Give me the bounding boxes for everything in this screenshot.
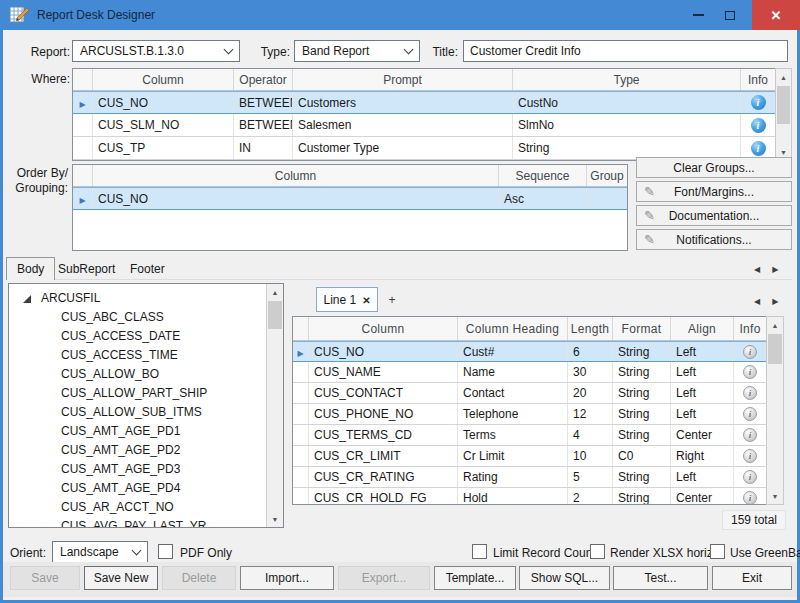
- line-grid-scrollbar[interactable]: [766, 316, 784, 505]
- cell-align[interactable]: Left: [671, 467, 734, 487]
- cell-length[interactable]: 5: [568, 467, 613, 487]
- report-combobox[interactable]: ARCUSLST.B.1.3.0: [72, 40, 240, 62]
- tree-item[interactable]: CUS_AMT_AGE_PD3: [9, 459, 283, 478]
- scroll-down-icon[interactable]: [767, 488, 783, 504]
- tree-item[interactable]: CUS_AMT_AGE_PD4: [9, 478, 283, 497]
- orient-combobox[interactable]: Landscape: [52, 541, 148, 563]
- table-row[interactable]: CUS_NAME Name 30 String Left: [293, 362, 766, 383]
- notifications-button[interactable]: Notifications...: [636, 229, 792, 250]
- info-icon[interactable]: [743, 428, 757, 442]
- tab-next-icon[interactable]: [772, 261, 778, 275]
- test-button[interactable]: Test...: [613, 566, 708, 590]
- header-sequence[interactable]: Sequence: [499, 165, 587, 186]
- header-info[interactable]: Info: [734, 317, 766, 340]
- scroll-down-icon[interactable]: [267, 511, 283, 527]
- table-row[interactable]: CUS_SLM_NO BETWEEN Salesmen SlmNo: [73, 114, 775, 137]
- minimize-icon[interactable]: [682, 0, 714, 30]
- render-xlsx-checkbox[interactable]: [590, 544, 605, 559]
- header-type[interactable]: Type: [513, 69, 741, 90]
- cell-prompt[interactable]: Salesmen: [293, 114, 513, 136]
- tree-item[interactable]: CUS_AMT_AGE_PD1: [9, 421, 283, 440]
- tree-item[interactable]: CUS_ALLOW_BO: [9, 364, 283, 383]
- cell-prompt[interactable]: Customer Type: [293, 137, 513, 159]
- font-margins-button[interactable]: Font/Margins...: [636, 181, 792, 202]
- cell-column[interactable]: CUS_CR_HOLD_FG: [309, 488, 458, 505]
- table-row[interactable]: CUS_CONTACT Contact 20 String Left: [293, 383, 766, 404]
- cell-column[interactable]: CUS_CONTACT: [309, 383, 458, 403]
- tree-item[interactable]: CUS_ACCESS_DATE: [9, 326, 283, 345]
- info-icon[interactable]: [743, 491, 757, 505]
- cell-column[interactable]: CUS_CR_RATING: [309, 467, 458, 487]
- header-column[interactable]: Column: [309, 317, 458, 340]
- cell-sequence[interactable]: Asc: [499, 188, 587, 209]
- info-icon[interactable]: [743, 345, 757, 359]
- close-tab-icon[interactable]: [362, 293, 370, 307]
- info-icon[interactable]: [751, 141, 766, 156]
- cell-length[interactable]: 20: [568, 383, 613, 403]
- use-greenbar-checkbox[interactable]: [710, 544, 725, 559]
- header-operator[interactable]: Operator: [234, 69, 293, 90]
- cell-align[interactable]: Center: [671, 425, 734, 445]
- table-row[interactable]: CUS_CR_RATING Rating 5 String Left: [293, 467, 766, 488]
- cell-heading[interactable]: Cr Limit: [458, 446, 568, 466]
- tab-next-icon[interactable]: [772, 293, 778, 307]
- table-row[interactable]: CUS_TERMS_CD Terms 4 String Center: [293, 425, 766, 446]
- tree-item[interactable]: CUS_ALLOW_SUB_ITMS: [9, 402, 283, 421]
- cell-align[interactable]: Right: [671, 446, 734, 466]
- cell-length[interactable]: 30: [568, 362, 613, 382]
- documentation-button[interactable]: Documentation...: [636, 205, 792, 226]
- cell-column[interactable]: CUS_PHONE_NO: [309, 404, 458, 424]
- cell-column[interactable]: CUS_NO: [93, 188, 499, 209]
- cell-operator[interactable]: BETWEEN: [234, 92, 293, 113]
- tree-item[interactable]: CUS_AVG_PAY_LAST_YR: [9, 516, 283, 528]
- cell-length[interactable]: 2: [568, 488, 613, 505]
- template-button[interactable]: Template...: [434, 566, 516, 590]
- cell-format[interactable]: String: [613, 383, 671, 403]
- tab-line-1[interactable]: Line 1: [316, 287, 378, 312]
- import-button[interactable]: Import...: [240, 566, 334, 590]
- show-sql-button[interactable]: Show SQL...: [519, 566, 610, 590]
- cell-type[interactable]: SlmNo: [513, 114, 741, 136]
- title-input[interactable]: [463, 40, 788, 62]
- cell-heading[interactable]: Name: [458, 362, 568, 382]
- cell-length[interactable]: 10: [568, 446, 613, 466]
- cell-operator[interactable]: BETWEEN: [234, 114, 293, 136]
- cell-operator[interactable]: IN: [234, 137, 293, 159]
- scroll-up-icon[interactable]: [267, 284, 283, 300]
- clear-groups-button[interactable]: Clear Groups...: [636, 157, 792, 178]
- cell-heading[interactable]: Hold: [458, 488, 568, 505]
- cell-heading[interactable]: Rating: [458, 467, 568, 487]
- cell-heading[interactable]: Terms: [458, 425, 568, 445]
- tree-item[interactable]: CUS_ABC_CLASS: [9, 307, 283, 326]
- cell-format[interactable]: C0: [613, 446, 671, 466]
- cell-type[interactable]: CustNo: [513, 92, 741, 113]
- table-row[interactable]: CUS_NO Cust# 6 String Left: [293, 341, 766, 362]
- cell-prompt[interactable]: Customers: [293, 92, 513, 113]
- tree-item[interactable]: CUS_AMT_AGE_PD2: [9, 440, 283, 459]
- cell-column[interactable]: CUS_SLM_NO: [93, 114, 234, 136]
- maximize-icon[interactable]: [714, 0, 746, 30]
- info-icon[interactable]: [743, 470, 757, 484]
- pdf-only-checkbox[interactable]: [158, 544, 173, 559]
- scroll-up-icon[interactable]: [767, 317, 783, 333]
- cell-heading[interactable]: Telephone: [458, 404, 568, 424]
- tab-subreport[interactable]: SubReport: [48, 257, 125, 280]
- type-combobox[interactable]: Band Report: [294, 40, 420, 62]
- cell-align[interactable]: Left: [671, 362, 734, 382]
- cell-column[interactable]: CUS_NAME: [309, 362, 458, 382]
- cell-align[interactable]: Left: [671, 404, 734, 424]
- scroll-up-icon[interactable]: [776, 69, 791, 85]
- info-icon[interactable]: [743, 449, 757, 463]
- table-row[interactable]: CUS_PHONE_NO Telephone 12 String Left: [293, 404, 766, 425]
- table-row[interactable]: CUS_CR_HOLD_FG Hold 2 String Center: [293, 488, 766, 505]
- cell-column[interactable]: CUS_NO: [309, 342, 458, 361]
- cell-heading[interactable]: Cust#: [458, 342, 568, 361]
- cell-column[interactable]: CUS_NO: [93, 92, 234, 113]
- info-icon[interactable]: [743, 407, 757, 421]
- scrollbar-thumb[interactable]: [268, 301, 282, 329]
- cell-align[interactable]: Center: [671, 488, 734, 505]
- header-prompt[interactable]: Prompt: [293, 69, 513, 90]
- table-row[interactable]: CUS_NO Asc: [73, 187, 627, 210]
- tree-scrollbar[interactable]: [266, 284, 283, 527]
- cell-length[interactable]: 6: [568, 342, 613, 361]
